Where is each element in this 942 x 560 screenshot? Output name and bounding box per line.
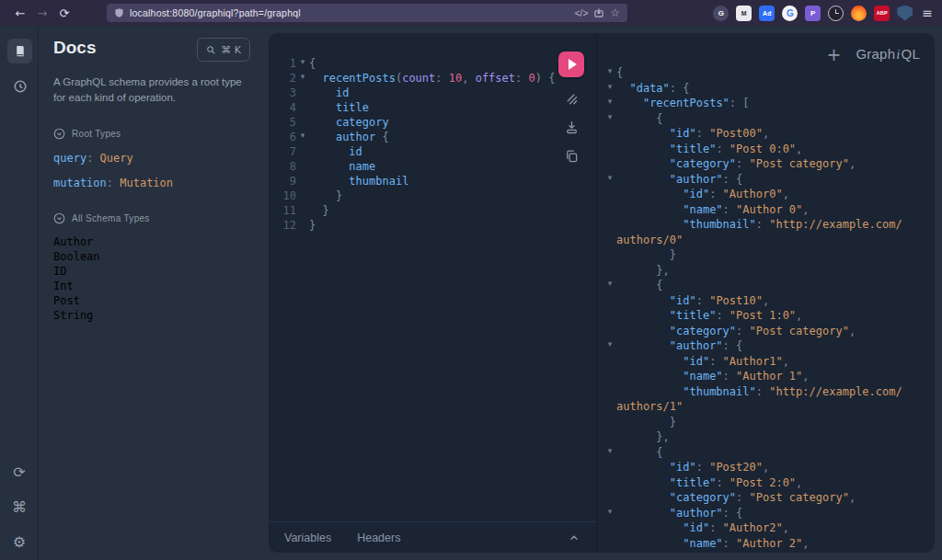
extension-icon-light-square[interactable]: M [736, 6, 752, 21]
extension-icon-blue-square[interactable]: Ad [759, 6, 775, 21]
search-icon [206, 45, 216, 55]
reload-icon[interactable]: ⟳ [53, 6, 75, 20]
fold-arrow-icon[interactable]: ▾ [296, 131, 309, 145]
line-number: 4 [276, 101, 296, 116]
extension-icon-purple-square[interactable]: P [805, 6, 821, 21]
tab-headers[interactable]: Headers [357, 531, 400, 544]
reader-code-icon[interactable]: </> [575, 8, 588, 18]
fold-arrow-icon[interactable]: ▾ [603, 279, 616, 294]
fold-arrow-icon[interactable]: ▾ [603, 339, 616, 355]
fold-arrow-icon[interactable]: ▾ [603, 66, 616, 82]
extension-icon-dark-circle[interactable]: G [713, 6, 729, 21]
code-line: "name": "Author 1", [603, 370, 935, 385]
all-types-label: All Schema Types [72, 213, 150, 223]
type-link-Int[interactable]: Int [53, 279, 252, 293]
fold-gutter [603, 370, 616, 385]
code-line: "title": "Post 2:0", [603, 476, 935, 492]
fold-arrow-icon[interactable]: ▾ [296, 72, 309, 86]
extension-icon-google[interactable]: G [782, 6, 798, 21]
merge-fragments-button[interactable] [565, 120, 579, 134]
refetch-schema-button[interactable]: ⟳ [13, 463, 25, 481]
fold-arrow-icon[interactable]: ▾ [603, 112, 616, 128]
fold-arrow-icon[interactable]: ▾ [296, 57, 309, 72]
fold-gutter [296, 101, 309, 116]
settings-button[interactable]: ⚙ [13, 533, 26, 551]
code-line: "title": "Post 0:0", [603, 143, 935, 158]
code-line: "id": "Post00", [603, 127, 935, 143]
line-number: 3 [276, 86, 296, 101]
root-types-label: Root Types [72, 129, 121, 139]
prettify-button[interactable] [565, 92, 579, 106]
code-line: }, [603, 430, 935, 446]
root-type-query[interactable]: query: Query [53, 152, 252, 165]
code-line: ▾ "author": { [603, 507, 935, 522]
line-number: 8 [276, 160, 296, 175]
tab-variables[interactable]: Variables [284, 531, 331, 544]
docs-description: A GraphQL schema provides a root type fo… [53, 74, 248, 105]
fold-arrow-icon[interactable]: ▾ [603, 446, 616, 462]
all-types-header[interactable]: All Schema Types [53, 212, 252, 224]
refetch-icon: ⟳ [13, 463, 25, 481]
docs-search-button[interactable]: ⌘ K [197, 38, 250, 62]
line-number: 7 [276, 145, 296, 160]
code-line: 9 thumbnail [276, 175, 596, 189]
expand-editor-tools-icon[interactable] [568, 531, 580, 544]
line-number: 2 [276, 72, 296, 86]
fold-arrow-icon[interactable]: ▾ [603, 507, 616, 522]
code-line: ▾ "author": { [603, 339, 935, 355]
history-clock-icon [12, 78, 28, 94]
extension-icon-clock[interactable] [828, 6, 844, 21]
fold-gutter [296, 145, 309, 160]
root-type-mutation[interactable]: mutation: Mutation [53, 177, 252, 189]
back-icon[interactable]: ← [9, 6, 31, 20]
menu-icon[interactable]: ≡ [922, 6, 933, 20]
type-link-String[interactable]: String [53, 308, 252, 323]
line-number: 9 [276, 175, 296, 189]
fold-arrow-icon[interactable]: ▾ [603, 173, 616, 189]
fold-arrow-icon[interactable]: ▾ [603, 82, 616, 97]
type-link-Post[interactable]: Post [53, 293, 252, 308]
url-text: localhost:8080/graphiql?path=/graphql [130, 7, 569, 18]
keyboard-shortcuts-button[interactable]: ⌘ [12, 498, 27, 516]
fold-arrow-icon[interactable]: ▾ [603, 97, 616, 112]
code-line: "name": "Author 0", [603, 203, 935, 219]
type-link-Boolean[interactable]: Boolean [53, 249, 252, 264]
code-line: "title": "Post 1:0", [603, 309, 935, 325]
fold-gutter [603, 203, 616, 219]
code-line: 11 } [276, 204, 596, 219]
forward-icon[interactable]: → [31, 6, 53, 20]
code-line: ▾ { [603, 279, 935, 294]
history-plugin-button[interactable] [12, 78, 28, 94]
bookmark-star-icon[interactable]: ☆ [610, 6, 620, 19]
code-line: ▾ { [603, 446, 935, 462]
code-line: 6▾ author { [276, 131, 596, 145]
root-types-header[interactable]: Root Types [53, 128, 252, 140]
fold-gutter [603, 157, 616, 173]
save-page-icon[interactable] [593, 7, 604, 18]
query-editor[interactable]: 1▾{2▾ recentPosts(count: 10, offset: 0) … [269, 33, 596, 234]
code-line: 8 name [276, 160, 596, 175]
extension-icon-red-badge[interactable]: ABP [874, 6, 890, 21]
fold-gutter [603, 309, 616, 325]
fold-gutter [603, 188, 616, 203]
extension-icon-shield[interactable] [897, 6, 913, 21]
execute-query-button[interactable] [558, 51, 584, 77]
type-link-Author[interactable]: Author [53, 234, 252, 249]
code-line: 1▾{ [276, 57, 596, 72]
type-link-ID[interactable]: ID [53, 264, 252, 279]
code-line: 3 id [276, 86, 596, 101]
all-types-list: AuthorBooleanIDIntPostString [53, 234, 252, 323]
copy-query-button[interactable] [565, 149, 579, 163]
docs-panel: Docs ⌘ K A GraphQL schema provides a roo… [39, 26, 267, 560]
fold-gutter [296, 116, 309, 131]
code-line: 10 } [276, 189, 596, 204]
address-bar[interactable]: localhost:8080/graphiql?path=/graphql </… [107, 4, 627, 22]
docs-plugin-button[interactable] [7, 39, 32, 63]
code-line: "thumbnail": "http://example.com/ [603, 218, 935, 234]
play-icon [569, 59, 577, 70]
add-tab-button[interactable]: + [827, 44, 842, 64]
code-line: 2▾ recentPosts(count: 10, offset: 0) { [276, 72, 596, 86]
tracking-protection-shield-icon[interactable] [114, 7, 124, 18]
extension-icon-orange-circle[interactable] [851, 6, 867, 21]
fold-gutter [603, 325, 616, 340]
